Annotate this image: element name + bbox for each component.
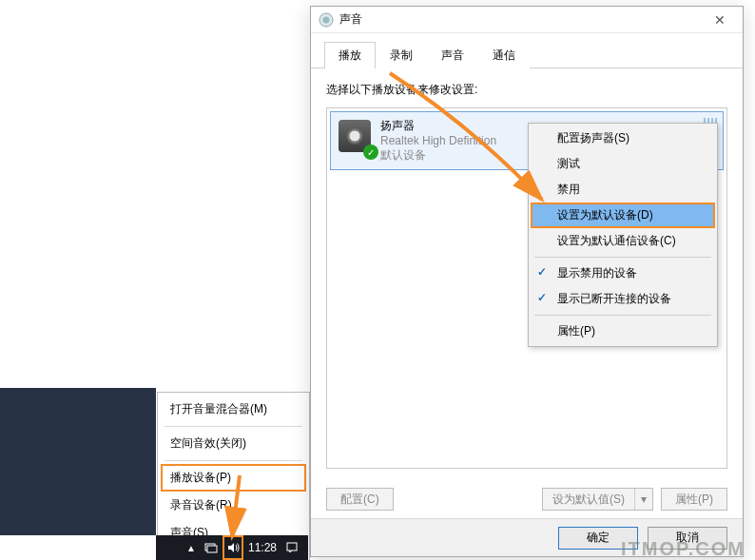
volume-icon[interactable] (223, 535, 243, 560)
sound-dialog-icon (319, 12, 334, 28)
tray-item-playback-devices[interactable]: 播放设备(P) (161, 464, 306, 492)
dialog-title: 声音 (339, 11, 701, 28)
device-description: Realtek High Definition (380, 134, 496, 147)
tray-item-recording-devices[interactable]: 录音设备(R) (161, 492, 306, 519)
tab-communications[interactable]: 通信 (478, 42, 530, 68)
clock[interactable]: 11:28 (244, 535, 281, 560)
ctx-properties[interactable]: 属性(P) (531, 319, 715, 344)
tray-overflow-chevron[interactable]: ▲ (183, 535, 200, 560)
ctx-set-default-comm[interactable]: 设置为默认通信设备(C) (531, 228, 715, 254)
set-default-button[interactable]: 设为默认值(S) ▾ (542, 488, 653, 511)
tray-item-spatial[interactable]: 空间音效(关闭) (161, 430, 306, 457)
tab-recording[interactable]: 录制 (376, 42, 427, 68)
tab-strip: 播放 录制 声音 通信 (311, 33, 743, 68)
configure-button[interactable]: 配置(C) (326, 488, 394, 511)
network-icon[interactable] (201, 535, 222, 560)
menu-separator (534, 257, 711, 258)
ctx-set-default-device[interactable]: 设置为默认设备(D) (531, 203, 715, 228)
svg-rect-1 (207, 546, 217, 552)
ctx-disable[interactable]: 禁用 (531, 177, 715, 203)
desktop-background (0, 388, 156, 535)
dropdown-chevron-icon[interactable]: ▾ (634, 489, 652, 510)
menu-separator (534, 315, 711, 316)
device-status: 默认设备 (380, 147, 496, 164)
close-button[interactable]: ✕ (701, 12, 739, 28)
menu-separator (165, 426, 302, 427)
svg-rect-2 (287, 543, 297, 550)
instruction-text: 选择以下播放设备来修改设置: (326, 82, 727, 98)
tab-sounds[interactable]: 声音 (427, 42, 478, 68)
ctx-show-disconnected[interactable]: 显示已断开连接的设备 (531, 286, 715, 312)
notifications-icon[interactable] (281, 535, 302, 560)
svg-point-4 (323, 16, 330, 23)
tab-playback[interactable]: 播放 (324, 42, 376, 68)
default-check-icon: ✓ (363, 145, 378, 160)
tray-item-mixer[interactable]: 打开音量混合器(M) (161, 396, 306, 423)
taskbar: ▲ 11:28 (156, 535, 308, 560)
device-context-menu: 配置扬声器(S) 测试 禁用 设置为默认设备(D) 设置为默认通信设备(C) 显… (528, 123, 718, 347)
watermark: ITMOP.COM (621, 538, 745, 560)
properties-button[interactable]: 属性(P) (661, 488, 727, 511)
device-info: 扬声器 Realtek High Definition 默认设备 (380, 118, 496, 164)
ctx-test[interactable]: 测试 (531, 151, 715, 177)
button-row: 配置(C) 设为默认值(S) ▾ 属性(P) (326, 488, 727, 511)
ctx-configure-speakers[interactable]: 配置扬声器(S) (531, 126, 715, 151)
menu-separator (165, 460, 302, 461)
titlebar: 声音 ✕ (311, 7, 743, 33)
device-name: 扬声器 (380, 118, 496, 134)
set-default-label: 设为默认值(S) (543, 489, 634, 510)
ctx-show-disabled[interactable]: 显示禁用的设备 (531, 261, 715, 286)
